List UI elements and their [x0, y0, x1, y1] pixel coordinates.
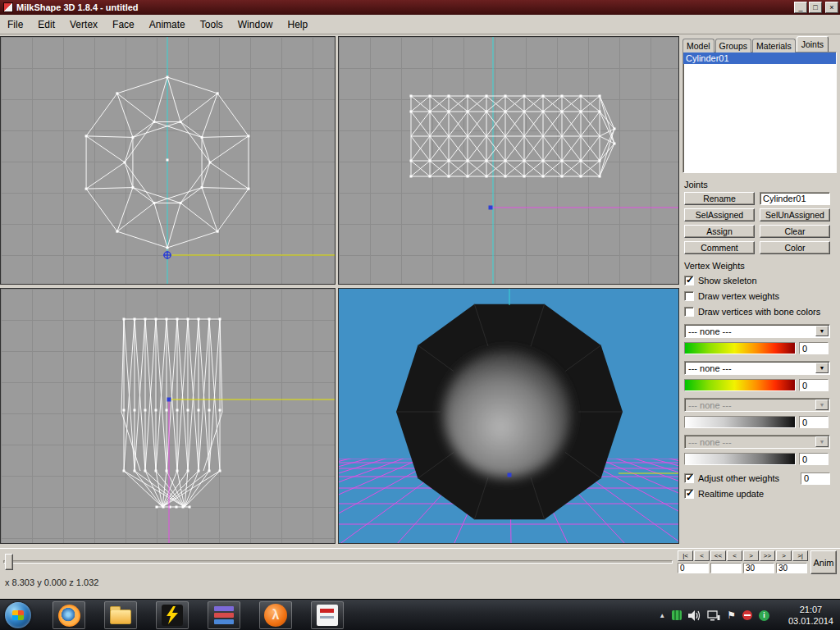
firefox-icon: [58, 605, 80, 627]
next-frame-button[interactable]: >: [743, 550, 759, 561]
chevron-down-icon[interactable]: ▼: [815, 436, 829, 447]
lightning-app-taskbar-button[interactable]: [156, 601, 189, 629]
adjust-other-weights-value[interactable]: [801, 472, 830, 485]
assign-button[interactable]: Assign: [684, 225, 755, 238]
play-backward-button[interactable]: <<: [710, 550, 726, 561]
menu-face[interactable]: Face: [105, 16, 142, 34]
adjust-other-weights-row[interactable]: Adjust other weights: [684, 472, 837, 484]
frame-input-1[interactable]: [678, 563, 709, 573]
draw-bone-colors-checkbox[interactable]: [684, 307, 694, 317]
rename-input[interactable]: [760, 192, 830, 205]
draw-vertex-weights-row[interactable]: Draw vertex weights: [684, 290, 837, 302]
frame-input-4[interactable]: [776, 563, 807, 573]
halflife-taskbar-button[interactable]: λ: [259, 601, 292, 629]
prev-keyframe-button[interactable]: <: [694, 550, 710, 561]
selassigned-button[interactable]: SelAssigned: [684, 208, 755, 221]
timeline-slider-track[interactable]: [3, 560, 673, 564]
taskbar-clock[interactable]: 21:07 03.01.2014: [788, 604, 833, 627]
maximize-button[interactable]: □: [809, 2, 822, 13]
viewport-top[interactable]: [0, 288, 336, 544]
network-icon[interactable]: [707, 610, 720, 621]
weight-value-2[interactable]: [799, 379, 829, 391]
menu-window[interactable]: Window: [231, 16, 281, 34]
app-taskbar-button[interactable]: [311, 601, 344, 629]
timeline-slider-thumb[interactable]: [5, 554, 13, 570]
chevron-down-icon[interactable]: ▼: [815, 363, 829, 373]
status-bar: x 8.303 y 0.000 z 1.032: [0, 574, 840, 599]
bone-combo-3[interactable]: --- none --- ▼: [684, 398, 830, 412]
viewport-3d[interactable]: [338, 288, 679, 544]
adjust-other-weights-checkbox[interactable]: [684, 473, 694, 483]
menu-help[interactable]: Help: [280, 16, 315, 34]
timeline-slider[interactable]: [3, 551, 673, 573]
info-tray-icon[interactable]: i: [759, 610, 769, 621]
tab-materials[interactable]: Materials: [752, 39, 796, 52]
firefox-taskbar-button[interactable]: [52, 601, 85, 629]
action-center-flag-icon[interactable]: ⚑: [727, 609, 736, 621]
white-app-icon: [317, 605, 338, 626]
realtime-update-checkbox[interactable]: [684, 489, 694, 499]
show-skeleton-checkbox[interactable]: [684, 276, 694, 285]
show-skeleton-label: Show skeleton: [698, 276, 757, 285]
tab-model[interactable]: Model: [682, 39, 714, 52]
clear-button[interactable]: Clear: [760, 225, 830, 238]
tray-expand-icon[interactable]: ▲: [659, 612, 665, 619]
weight-value-3[interactable]: [799, 416, 829, 428]
weight-value-4[interactable]: [799, 453, 829, 465]
viewport-front[interactable]: [0, 36, 336, 285]
tray-app-icon[interactable]: [672, 610, 682, 620]
weight-row-2: [684, 379, 837, 391]
bone-combo-1[interactable]: --- none --- ▼: [684, 324, 830, 338]
prev-frame-button[interactable]: <: [727, 550, 742, 561]
weight-value-1[interactable]: [799, 342, 829, 354]
chevron-down-icon[interactable]: ▼: [815, 399, 829, 410]
draw-vertex-weights-checkbox[interactable]: [684, 291, 694, 301]
draw-vertex-weights-label: Draw vertex weights: [698, 291, 779, 301]
bone-combo-4[interactable]: --- none --- ▼: [684, 435, 830, 449]
bone-combo-2[interactable]: --- none --- ▼: [684, 361, 830, 375]
weight-gradient-3[interactable]: [684, 416, 796, 428]
anim-button[interactable]: Anim: [810, 550, 837, 574]
top-wireframe: [1, 289, 336, 544]
viewport-side[interactable]: [338, 36, 679, 285]
menu-file[interactable]: File: [0, 16, 30, 34]
rename-button[interactable]: Rename: [684, 192, 755, 205]
frame-input-2[interactable]: [710, 563, 742, 573]
antivirus-tray-icon[interactable]: [742, 610, 752, 620]
start-button[interactable]: [5, 602, 31, 628]
weight-gradient-2[interactable]: [684, 379, 796, 391]
color-button[interactable]: Color: [760, 241, 830, 254]
winrar-taskbar-button[interactable]: [208, 601, 240, 629]
joints-list[interactable]: Cylinder01: [682, 52, 837, 173]
menu-animate[interactable]: Animate: [142, 16, 193, 34]
selunassigned-button[interactable]: SelUnAssigned: [760, 208, 830, 221]
main-area: Model Groups Materials Joints Cylinder01…: [0, 34, 840, 548]
folder-icon: [110, 609, 131, 624]
weight-gradient-1[interactable]: [684, 342, 796, 354]
menu-edit[interactable]: Edit: [30, 16, 62, 34]
play-forward-button[interactable]: >>: [760, 550, 775, 561]
bone-combo-4-value: --- none ---: [685, 437, 815, 447]
menu-tools[interactable]: Tools: [193, 16, 231, 34]
frame-input-3[interactable]: [743, 563, 774, 573]
next-keyframe-button[interactable]: >: [776, 550, 792, 561]
show-skeleton-row[interactable]: Show skeleton: [684, 275, 837, 286]
joints-list-item[interactable]: Cylinder01: [683, 52, 836, 64]
comment-button[interactable]: Comment: [684, 241, 755, 254]
draw-bone-colors-row[interactable]: Draw vertices with bone colors: [684, 306, 837, 317]
goto-start-button[interactable]: |<: [678, 550, 693, 561]
perspective-render: [339, 289, 679, 544]
chevron-down-icon[interactable]: ▼: [815, 326, 829, 336]
volume-icon[interactable]: [688, 610, 701, 621]
titlebar[interactable]: MilkShape 3D 1.8.4 - untitled _ □ ×: [0, 0, 840, 15]
weight-gradient-4[interactable]: [684, 453, 796, 465]
menu-vertex[interactable]: Vertex: [62, 16, 105, 34]
close-button[interactable]: ×: [825, 2, 838, 13]
goto-end-button[interactable]: >|: [792, 550, 808, 561]
minimize-button[interactable]: _: [794, 2, 807, 13]
tab-joints[interactable]: Joints: [797, 36, 829, 52]
realtime-update-row[interactable]: Realtime update: [684, 488, 837, 500]
explorer-taskbar-button[interactable]: [104, 601, 137, 629]
lambda-icon: λ: [264, 604, 287, 627]
tab-groups[interactable]: Groups: [715, 39, 751, 52]
